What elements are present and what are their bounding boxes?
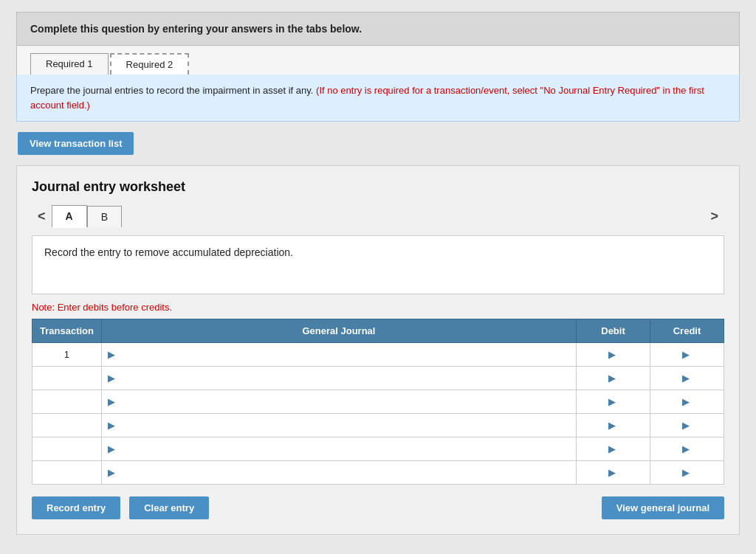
credit-arrow-2: ▶ [682,373,690,384]
view-transaction-list-button[interactable]: View transaction list [18,132,134,155]
transaction-cell-3 [32,390,102,414]
tab-required2[interactable]: Required 2 [110,53,190,75]
journal-table: Transaction General Journal Debit Credit [32,319,724,485]
instruction-bar: Complete this question by entering your … [16,12,740,46]
debit-arrow-2: ▶ [608,373,616,384]
credit-arrow-6: ▶ [682,467,690,478]
gj-arrow-6: ▶ [108,467,115,478]
credit-cell-2[interactable]: ▶ [650,367,724,390]
transaction-cell-2 [32,367,102,390]
debit-cell-2[interactable]: ▶ [577,367,650,390]
view-general-journal-button[interactable]: View general journal [602,496,724,519]
table-row: ▶ ▶ ▶ [32,437,724,461]
entry-tab-b[interactable]: B [87,206,122,227]
debit-arrow-1: ▶ [608,349,616,360]
note-text: Note: Enter debits before credits. [32,302,724,313]
transaction-cell-1: 1 [32,343,102,367]
worksheet-title: Journal entry worksheet [32,179,724,195]
debit-cell-5[interactable]: ▶ [577,437,650,461]
debit-cell-4[interactable]: ▶ [577,414,650,437]
gj-arrow-1: ▶ [108,349,115,360]
credit-arrow-5: ▶ [682,443,690,454]
table-row: ▶ ▶ ▶ [32,367,724,390]
debit-cell-3[interactable]: ▶ [577,390,650,414]
entry-tab-a[interactable]: A [52,205,87,228]
gj-arrow-2: ▶ [108,373,115,384]
entry-description-box: Record the entry to remove accumulated d… [32,235,724,294]
credit-arrow-3: ▶ [682,396,690,407]
credit-arrow-4: ▶ [682,420,690,431]
col-header-debit: Debit [577,319,650,343]
worksheet-card: Journal entry worksheet < A B > Record t… [16,165,740,535]
table-row: ▶ ▶ ▶ [32,390,724,414]
debit-arrow-3: ▶ [608,396,616,407]
gj-arrow-4: ▶ [108,420,115,431]
transaction-cell-4 [32,414,102,437]
record-entry-button[interactable]: Record entry [32,496,120,519]
general-journal-cell-3[interactable]: ▶ [101,390,576,414]
next-tab-button[interactable]: > [704,206,724,227]
credit-cell-5[interactable]: ▶ [650,437,724,461]
buttons-row: Record entry Clear entry View general jo… [32,496,724,519]
credit-arrow-1: ▶ [682,349,690,360]
credit-cell-6[interactable]: ▶ [650,461,724,485]
general-journal-cell-5[interactable]: ▶ [101,437,576,461]
general-journal-cell-6[interactable]: ▶ [101,461,576,485]
col-header-credit: Credit [650,319,724,343]
tabs-nav: < A B > [32,205,724,228]
col-header-transaction: Transaction [32,319,102,343]
credit-cell-4[interactable]: ▶ [650,414,724,437]
debit-cell-6[interactable]: ▶ [577,461,650,485]
tabs-row: Required 1 Required 2 [16,46,740,75]
general-journal-cell-1[interactable]: ▶ [101,343,576,367]
general-journal-cell-4[interactable]: ▶ [101,414,576,437]
credit-cell-3[interactable]: ▶ [650,390,724,414]
notice-bar: Prepare the journal entries to record th… [16,75,740,122]
instruction-text: Complete this question by entering your … [30,23,362,35]
debit-cell-1[interactable]: ▶ [577,343,650,367]
col-header-general-journal: General Journal [101,319,576,343]
general-journal-cell-2[interactable]: ▶ [101,367,576,390]
transaction-cell-5 [32,437,102,461]
gj-arrow-5: ▶ [108,443,115,454]
table-row: 1 ▶ ▶ ▶ [32,343,724,367]
credit-cell-1[interactable]: ▶ [650,343,724,367]
outer-container: Complete this question by entering your … [16,12,740,535]
gj-arrow-3: ▶ [108,396,115,407]
debit-arrow-4: ▶ [608,420,616,431]
prev-tab-button[interactable]: < [32,206,52,227]
transaction-cell-6 [32,461,102,485]
table-row: ▶ ▶ ▶ [32,414,724,437]
notice-main-text: Prepare the journal entries to record th… [30,85,313,96]
clear-entry-button[interactable]: Clear entry [129,496,209,519]
table-row: ▶ ▶ ▶ [32,461,724,485]
debit-arrow-5: ▶ [608,443,616,454]
tab-required1[interactable]: Required 1 [30,53,109,75]
entry-description-text: Record the entry to remove accumulated d… [44,246,293,258]
debit-arrow-6: ▶ [608,467,616,478]
